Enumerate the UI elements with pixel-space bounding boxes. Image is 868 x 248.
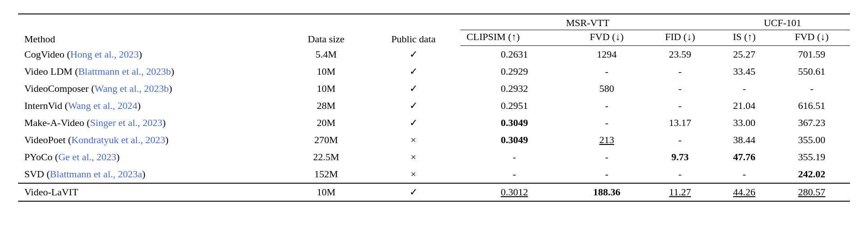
method-cell: VideoPoet (Kondratyuk et al., 2023) xyxy=(18,131,286,149)
is-header: IS (↑) xyxy=(715,30,774,46)
table-cell: - xyxy=(460,166,568,183)
table-cell: - xyxy=(568,114,645,131)
table-cell: 33.45 xyxy=(715,63,774,80)
table-cell: 44.26 xyxy=(715,183,774,201)
table-cell: 21.04 xyxy=(715,97,774,114)
table-cell: 1294 xyxy=(568,46,645,63)
table-cell: 20M xyxy=(286,114,367,131)
table-cell: - xyxy=(568,97,645,114)
table-cell: 23.59 xyxy=(645,46,715,63)
table-cell: 213 xyxy=(568,131,645,149)
table-cell: 25.27 xyxy=(715,46,774,63)
table-cell: - xyxy=(645,63,715,80)
ucf-group-header: UCF-101 xyxy=(715,14,850,30)
fid-header: FID (↓) xyxy=(645,30,715,46)
method-cell: VideoComposer (Wang et al., 2023b) xyxy=(18,80,286,97)
table-cell: 616.51 xyxy=(773,97,850,114)
table-cell: 28M xyxy=(286,97,367,114)
table-cell: 0.3049 xyxy=(460,114,568,131)
table-row-last: Video-LaVIT10M✓0.3012188.3611.2744.26280… xyxy=(18,183,850,201)
table-cell: 38.44 xyxy=(715,131,774,149)
clipsim-header: CLIPSIM (↑) xyxy=(460,30,568,46)
method-cell: SVD (Blattmann et al., 2023a) xyxy=(18,166,286,183)
table-cell: - xyxy=(568,166,645,183)
table-cell: × xyxy=(367,149,460,166)
table-cell: 11.27 xyxy=(645,183,715,201)
table-cell: 10M xyxy=(286,80,367,97)
method-cell: InternVid (Wang et al., 2024) xyxy=(18,97,286,114)
table-cell: 367.23 xyxy=(773,114,850,131)
table-cell: 0.2631 xyxy=(460,46,568,63)
table-cell: - xyxy=(645,97,715,114)
table-cell: 9.73 xyxy=(645,149,715,166)
table-cell: 10M xyxy=(286,63,367,80)
data-size-col-header: Data size xyxy=(286,14,367,46)
table-cell: 355.00 xyxy=(773,131,850,149)
table-cell: 5.4M xyxy=(286,46,367,63)
table-cell: 280.57 xyxy=(773,183,850,201)
table-cell: ✓ xyxy=(367,80,460,97)
table-cell: × xyxy=(367,131,460,149)
table-cell: - xyxy=(645,166,715,183)
table-cell: 13.17 xyxy=(645,114,715,131)
method-cell: Video LDM (Blattmann et al., 2023b) xyxy=(18,63,286,80)
table-cell: 0.3049 xyxy=(460,131,568,149)
table-cell: 0.2932 xyxy=(460,80,568,97)
table-cell: 0.3012 xyxy=(460,183,568,201)
table-cell: 152M xyxy=(286,166,367,183)
table-cell: ✓ xyxy=(367,114,460,131)
method-cell: PYoCo (Ge et al., 2023) xyxy=(18,149,286,166)
table-cell: 701.59 xyxy=(773,46,850,63)
table-row: SVD (Blattmann et al., 2023a)152M×----24… xyxy=(18,166,850,183)
table-cell: 0.2951 xyxy=(460,97,568,114)
table-cell: ✓ xyxy=(367,46,460,63)
table-row: CogVideo (Hong et al., 2023)5.4M✓0.26311… xyxy=(18,46,850,63)
table-cell: - xyxy=(773,80,850,97)
table-row: InternVid (Wang et al., 2024)28M✓0.2951-… xyxy=(18,97,850,114)
table-row: VideoComposer (Wang et al., 2023b)10M✓0.… xyxy=(18,80,850,97)
table-cell: 270M xyxy=(286,131,367,149)
table-cell: 0.2929 xyxy=(460,63,568,80)
table-cell: 242.02 xyxy=(773,166,850,183)
table-cell: - xyxy=(715,80,774,97)
table-cell: 22.5M xyxy=(286,149,367,166)
table-cell: ✓ xyxy=(367,183,460,201)
table-row: VideoPoet (Kondratyuk et al., 2023)270M×… xyxy=(18,131,850,149)
comparison-table: Method Data size Public data MSR-VTT UCF… xyxy=(18,14,850,202)
table-cell: ✓ xyxy=(367,97,460,114)
method-cell-last: Video-LaVIT xyxy=(18,183,286,201)
table-cell: 580 xyxy=(568,80,645,97)
table-cell: - xyxy=(715,166,774,183)
table-cell: - xyxy=(460,149,568,166)
table-cell: 550.61 xyxy=(773,63,850,80)
table-row: Make-A-Video (Singer et al., 2023)20M✓0.… xyxy=(18,114,850,131)
method-cell: Make-A-Video (Singer et al., 2023) xyxy=(18,114,286,131)
method-cell: CogVideo (Hong et al., 2023) xyxy=(18,46,286,63)
table-cell: ✓ xyxy=(367,63,460,80)
msrvtt-group-header: MSR-VTT xyxy=(460,14,715,30)
method-col-header: Method xyxy=(18,14,286,46)
fvd-msrvtt-header: FVD (↓) xyxy=(568,30,645,46)
public-data-col-header: Public data xyxy=(367,14,460,46)
table-cell: 355.19 xyxy=(773,149,850,166)
table-cell: 47.76 xyxy=(715,149,774,166)
header-row-top: Method Data size Public data MSR-VTT UCF… xyxy=(18,14,850,30)
table-cell: - xyxy=(568,63,645,80)
table-cell: - xyxy=(645,80,715,97)
table-cell: - xyxy=(645,131,715,149)
table-row: Video LDM (Blattmann et al., 2023b)10M✓0… xyxy=(18,63,850,80)
table-cell: - xyxy=(568,149,645,166)
table-cell: 33.00 xyxy=(715,114,774,131)
table-row: PYoCo (Ge et al., 2023)22.5M×--9.7347.76… xyxy=(18,149,850,166)
table-cell: 188.36 xyxy=(568,183,645,201)
fvd-ucf-header: FVD (↓) xyxy=(773,30,850,46)
table-cell: × xyxy=(367,166,460,183)
table-cell: 10M xyxy=(286,183,367,201)
